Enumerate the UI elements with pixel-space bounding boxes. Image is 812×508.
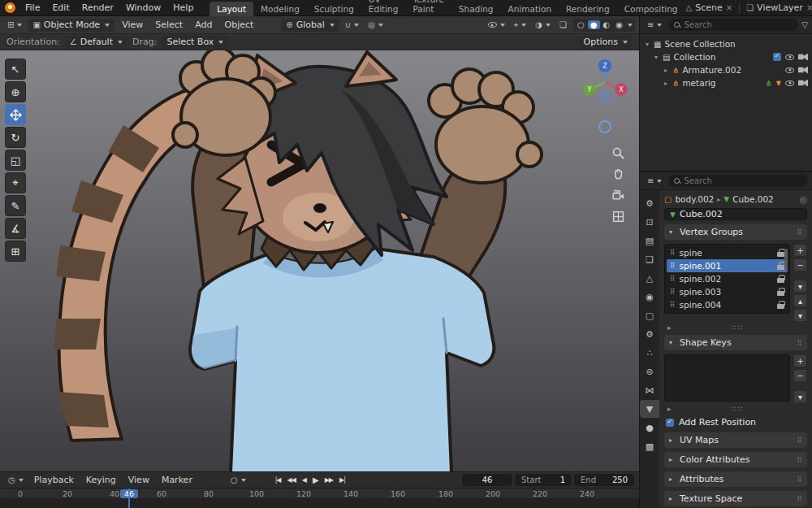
pan-hand-icon[interactable] — [611, 167, 625, 181]
lock-icon[interactable] — [777, 304, 784, 309]
workspace-tab-modeling[interactable]: Modeling — [253, 2, 307, 16]
tool-rotate[interactable]: ↻ — [5, 127, 26, 148]
expand-icon[interactable]: ▸ — [667, 405, 672, 413]
shape-key-specials-button[interactable]: ▾ — [793, 390, 807, 403]
lock-icon[interactable] — [777, 291, 784, 296]
shading-rendered-button[interactable]: ◉ — [613, 20, 625, 29]
snap-toggle[interactable]: ∪ — [342, 20, 362, 30]
resize-grip-icon[interactable]: ∷∷ — [732, 405, 744, 413]
orientation-default-select[interactable]: ∠ Default — [65, 36, 127, 49]
scene-selector[interactable]: △ Scene × — [686, 2, 733, 13]
vertex-group-row[interactable]: ⠿ spine.003 — [667, 285, 788, 298]
workspace-tab-layout[interactable]: Layout — [209, 2, 253, 16]
vertex-groups-panel-header[interactable]: ▾ Vertex Groups ⠿ — [664, 224, 807, 240]
add-rest-position-checkbox[interactable] — [666, 419, 674, 427]
outliner-search-input[interactable] — [684, 20, 793, 29]
panel-grip-icon[interactable]: ⠿ — [797, 339, 802, 347]
move-group-up-button[interactable]: ▴ — [793, 294, 807, 307]
tab-particles[interactable]: ∴ — [640, 344, 659, 362]
shading-material-button[interactable]: ◐ — [601, 20, 613, 29]
panel-grip-icon[interactable]: ⠿ — [797, 228, 802, 237]
hide-in-viewport-icon[interactable] — [785, 54, 794, 60]
tab-texture[interactable]: ▩ — [640, 437, 659, 455]
menu-view[interactable]: View — [117, 18, 148, 32]
uv-maps-panel-header[interactable]: ▸ UV Maps ⠿ — [664, 432, 807, 448]
viewport-canvas[interactable]: ↖ ⊕ ↻ ◱ ⌖ ✎ ∡ ⊞ — [0, 50, 639, 471]
panel-grip-icon[interactable]: ⠿ — [797, 495, 802, 503]
workspace-tab-compositing[interactable]: Compositing — [617, 2, 685, 16]
mesh-name-field[interactable]: ▼ Cube.002 — [664, 208, 807, 220]
vertex-group-specials-button[interactable]: ▾ — [793, 280, 807, 293]
navigation-gizmo[interactable]: Z Y X — [582, 57, 628, 141]
tab-object-data[interactable]: ▼ — [640, 400, 659, 418]
tool-measure[interactable]: ∡ — [5, 218, 26, 239]
properties-search[interactable] — [668, 175, 808, 187]
previous-keyframe-button[interactable]: ◀◀ — [285, 475, 298, 484]
zoom-icon[interactable] — [611, 146, 625, 160]
collection-checkbox[interactable] — [773, 53, 781, 61]
auto-keying-toggle[interactable]: ○ — [227, 475, 249, 485]
add-shape-key-button[interactable]: + — [793, 354, 807, 367]
outliner-row-metarig[interactable]: ▸ ⋔ metarig ⋔ ▼ — [640, 76, 812, 89]
vertex-group-row[interactable]: ⠿ spine.004 — [667, 298, 788, 311]
grid-perspective-icon[interactable] — [611, 210, 625, 224]
timeline-ruler[interactable]: 0 20 40 60 80 100 120 140 160 180 200 22… — [0, 488, 639, 508]
expand-icon[interactable]: ▾ — [653, 54, 659, 61]
menu-file[interactable]: File — [19, 1, 45, 15]
lock-icon[interactable] — [777, 278, 784, 283]
lock-icon[interactable] — [777, 252, 784, 257]
outliner-row-collection[interactable]: ▾ ▤ Collection — [640, 50, 812, 63]
menu-object[interactable]: Object — [219, 18, 258, 32]
menu-select[interactable]: Select — [150, 18, 188, 32]
play-reverse-button[interactable]: ◀ — [300, 475, 309, 484]
expand-icon[interactable]: ▾ — [644, 41, 650, 48]
menu-timeline-view[interactable]: View — [123, 473, 154, 487]
workspace-tab-rendering[interactable]: Rendering — [559, 2, 617, 16]
properties-editor-type-button[interactable]: ≡ — [644, 176, 665, 186]
transform-orientation-select[interactable]: ⊕ Global — [281, 19, 339, 32]
menu-marker[interactable]: Marker — [157, 473, 197, 487]
workspace-tab-texture-paint[interactable]: Texture Paint — [405, 0, 451, 16]
workspace-tab-animation[interactable]: Animation — [501, 2, 559, 16]
tab-material[interactable]: ● — [640, 419, 659, 436]
tab-modifiers[interactable]: ⚙ — [640, 325, 659, 343]
menu-playback[interactable]: Playback — [29, 473, 79, 487]
hide-in-viewport-icon[interactable] — [785, 80, 794, 86]
blender-logo-icon[interactable] — [5, 2, 15, 13]
outliner-search[interactable] — [668, 19, 798, 31]
tool-select-box[interactable]: ↖ — [5, 59, 26, 80]
move-group-down-button[interactable]: ▾ — [793, 309, 807, 322]
tab-scene[interactable]: △ — [640, 269, 659, 287]
outliner-row-armature[interactable]: ▸ ⋔ Armature.002 — [640, 63, 812, 76]
tab-world[interactable]: ◉ — [640, 288, 659, 306]
timeline-editor-type-button[interactable]: ◷ — [5, 475, 27, 485]
xray-toggle[interactable]: ❏ — [556, 20, 570, 30]
camera-view-icon[interactable] — [611, 189, 625, 202]
options-dropdown[interactable]: Options — [579, 36, 633, 49]
panel-grip-icon[interactable]: ⠿ — [797, 436, 802, 445]
jump-to-start-button[interactable]: |◀ — [273, 475, 283, 484]
gizmo-negative-z[interactable] — [600, 92, 610, 102]
vertex-group-row-selected[interactable]: ⠿ spine.001 — [667, 259, 788, 272]
disable-in-render-icon[interactable] — [798, 54, 808, 61]
tab-render[interactable]: ⊡ — [640, 213, 659, 231]
expand-icon[interactable]: ▸ — [663, 67, 669, 74]
tab-physics[interactable]: ⊚ — [640, 363, 659, 380]
expand-icon[interactable]: ▸ — [667, 323, 672, 332]
shading-solid-button[interactable]: ● — [588, 20, 600, 29]
menu-render[interactable]: Render — [76, 1, 119, 15]
tool-scale[interactable]: ◱ — [5, 150, 26, 171]
shape-keys-list[interactable] — [664, 354, 790, 402]
jump-to-end-button[interactable]: ▶| — [337, 475, 348, 484]
tool-cursor[interactable]: ⊕ — [5, 81, 26, 102]
viewlayer-selector[interactable]: ❏ ViewLayer × — [746, 2, 812, 13]
lock-icon[interactable] — [777, 265, 784, 270]
expand-icon[interactable]: ▸ — [663, 80, 669, 87]
gizmos-dropdown[interactable]: ⌖ — [511, 20, 530, 31]
current-frame-field[interactable]: 46 — [462, 474, 512, 486]
list-scrollbar[interactable] — [784, 249, 788, 270]
menu-window[interactable]: Window — [120, 1, 166, 15]
frame-start-field[interactable]: Start 1 — [515, 474, 572, 486]
visibility-dropdown[interactable] — [485, 21, 508, 28]
workspace-tab-sculpting[interactable]: Sculpting — [307, 2, 361, 16]
